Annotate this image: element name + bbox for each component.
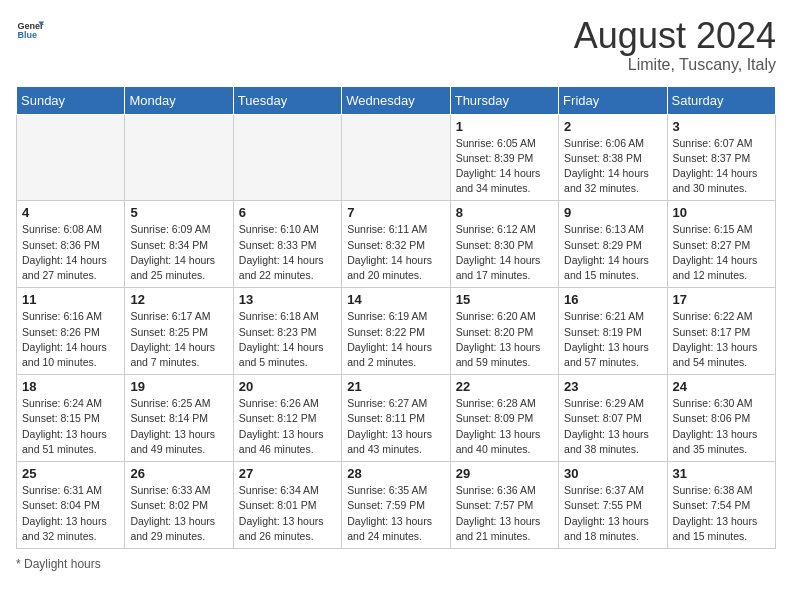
day-number: 18 — [22, 379, 119, 394]
calendar-cell: 2Sunrise: 6:06 AMSunset: 8:38 PMDaylight… — [559, 114, 667, 201]
calendar-cell: 4Sunrise: 6:08 AMSunset: 8:36 PMDaylight… — [17, 201, 125, 288]
day-number: 4 — [22, 205, 119, 220]
calendar-week-row: 11Sunrise: 6:16 AMSunset: 8:26 PMDayligh… — [17, 288, 776, 375]
day-info: Sunrise: 6:11 AMSunset: 8:32 PMDaylight:… — [347, 222, 444, 283]
day-number: 14 — [347, 292, 444, 307]
page-header: General Blue August 2024 Limite, Tuscany… — [16, 16, 776, 74]
weekday-header-cell: Saturday — [667, 86, 775, 114]
calendar-cell: 31Sunrise: 6:38 AMSunset: 7:54 PMDayligh… — [667, 462, 775, 549]
day-number: 29 — [456, 466, 553, 481]
day-info: Sunrise: 6:27 AMSunset: 8:11 PMDaylight:… — [347, 396, 444, 457]
calendar-cell — [233, 114, 341, 201]
day-number: 10 — [673, 205, 770, 220]
calendar-cell: 21Sunrise: 6:27 AMSunset: 8:11 PMDayligh… — [342, 375, 450, 462]
day-info: Sunrise: 6:31 AMSunset: 8:04 PMDaylight:… — [22, 483, 119, 544]
day-number: 19 — [130, 379, 227, 394]
calendar-cell: 14Sunrise: 6:19 AMSunset: 8:22 PMDayligh… — [342, 288, 450, 375]
day-number: 17 — [673, 292, 770, 307]
weekday-header-cell: Thursday — [450, 86, 558, 114]
day-info: Sunrise: 6:12 AMSunset: 8:30 PMDaylight:… — [456, 222, 553, 283]
calendar-week-row: 25Sunrise: 6:31 AMSunset: 8:04 PMDayligh… — [17, 462, 776, 549]
logo: General Blue — [16, 16, 44, 44]
day-info: Sunrise: 6:07 AMSunset: 8:37 PMDaylight:… — [673, 136, 770, 197]
day-number: 8 — [456, 205, 553, 220]
calendar-cell: 5Sunrise: 6:09 AMSunset: 8:34 PMDaylight… — [125, 201, 233, 288]
calendar-cell: 9Sunrise: 6:13 AMSunset: 8:29 PMDaylight… — [559, 201, 667, 288]
day-number: 1 — [456, 119, 553, 134]
day-info: Sunrise: 6:26 AMSunset: 8:12 PMDaylight:… — [239, 396, 336, 457]
day-number: 22 — [456, 379, 553, 394]
calendar-cell: 29Sunrise: 6:36 AMSunset: 7:57 PMDayligh… — [450, 462, 558, 549]
calendar-cell: 25Sunrise: 6:31 AMSunset: 8:04 PMDayligh… — [17, 462, 125, 549]
day-number: 25 — [22, 466, 119, 481]
calendar-cell: 26Sunrise: 6:33 AMSunset: 8:02 PMDayligh… — [125, 462, 233, 549]
day-info: Sunrise: 6:16 AMSunset: 8:26 PMDaylight:… — [22, 309, 119, 370]
day-number: 26 — [130, 466, 227, 481]
title-area: August 2024 Limite, Tuscany, Italy — [574, 16, 776, 74]
weekday-header-row: SundayMondayTuesdayWednesdayThursdayFrid… — [17, 86, 776, 114]
day-info: Sunrise: 6:19 AMSunset: 8:22 PMDaylight:… — [347, 309, 444, 370]
calendar-cell: 30Sunrise: 6:37 AMSunset: 7:55 PMDayligh… — [559, 462, 667, 549]
day-number: 30 — [564, 466, 661, 481]
calendar-week-row: 1Sunrise: 6:05 AMSunset: 8:39 PMDaylight… — [17, 114, 776, 201]
weekday-header-cell: Friday — [559, 86, 667, 114]
day-number: 7 — [347, 205, 444, 220]
day-info: Sunrise: 6:29 AMSunset: 8:07 PMDaylight:… — [564, 396, 661, 457]
day-info: Sunrise: 6:13 AMSunset: 8:29 PMDaylight:… — [564, 222, 661, 283]
day-info: Sunrise: 6:28 AMSunset: 8:09 PMDaylight:… — [456, 396, 553, 457]
day-info: Sunrise: 6:24 AMSunset: 8:15 PMDaylight:… — [22, 396, 119, 457]
calendar-cell: 19Sunrise: 6:25 AMSunset: 8:14 PMDayligh… — [125, 375, 233, 462]
calendar-cell: 16Sunrise: 6:21 AMSunset: 8:19 PMDayligh… — [559, 288, 667, 375]
day-info: Sunrise: 6:36 AMSunset: 7:57 PMDaylight:… — [456, 483, 553, 544]
day-number: 31 — [673, 466, 770, 481]
calendar-cell: 20Sunrise: 6:26 AMSunset: 8:12 PMDayligh… — [233, 375, 341, 462]
calendar-cell: 1Sunrise: 6:05 AMSunset: 8:39 PMDaylight… — [450, 114, 558, 201]
calendar-cell: 11Sunrise: 6:16 AMSunset: 8:26 PMDayligh… — [17, 288, 125, 375]
calendar-table: SundayMondayTuesdayWednesdayThursdayFrid… — [16, 86, 776, 549]
footer-note-text: Daylight hours — [24, 557, 101, 571]
day-info: Sunrise: 6:33 AMSunset: 8:02 PMDaylight:… — [130, 483, 227, 544]
day-info: Sunrise: 6:05 AMSunset: 8:39 PMDaylight:… — [456, 136, 553, 197]
calendar-cell: 3Sunrise: 6:07 AMSunset: 8:37 PMDaylight… — [667, 114, 775, 201]
day-info: Sunrise: 6:21 AMSunset: 8:19 PMDaylight:… — [564, 309, 661, 370]
day-info: Sunrise: 6:15 AMSunset: 8:27 PMDaylight:… — [673, 222, 770, 283]
day-info: Sunrise: 6:08 AMSunset: 8:36 PMDaylight:… — [22, 222, 119, 283]
footer-note: * Daylight hours — [16, 557, 776, 571]
day-number: 9 — [564, 205, 661, 220]
calendar-cell: 24Sunrise: 6:30 AMSunset: 8:06 PMDayligh… — [667, 375, 775, 462]
day-info: Sunrise: 6:20 AMSunset: 8:20 PMDaylight:… — [456, 309, 553, 370]
main-title: August 2024 — [574, 16, 776, 56]
calendar-cell: 18Sunrise: 6:24 AMSunset: 8:15 PMDayligh… — [17, 375, 125, 462]
day-info: Sunrise: 6:37 AMSunset: 7:55 PMDaylight:… — [564, 483, 661, 544]
day-number: 12 — [130, 292, 227, 307]
day-info: Sunrise: 6:38 AMSunset: 7:54 PMDaylight:… — [673, 483, 770, 544]
calendar-cell: 28Sunrise: 6:35 AMSunset: 7:59 PMDayligh… — [342, 462, 450, 549]
day-number: 3 — [673, 119, 770, 134]
calendar-cell: 6Sunrise: 6:10 AMSunset: 8:33 PMDaylight… — [233, 201, 341, 288]
day-info: Sunrise: 6:18 AMSunset: 8:23 PMDaylight:… — [239, 309, 336, 370]
day-info: Sunrise: 6:10 AMSunset: 8:33 PMDaylight:… — [239, 222, 336, 283]
day-number: 15 — [456, 292, 553, 307]
day-number: 28 — [347, 466, 444, 481]
logo-icon: General Blue — [16, 16, 44, 44]
day-number: 27 — [239, 466, 336, 481]
svg-text:Blue: Blue — [17, 30, 37, 40]
calendar-cell: 22Sunrise: 6:28 AMSunset: 8:09 PMDayligh… — [450, 375, 558, 462]
calendar-cell: 23Sunrise: 6:29 AMSunset: 8:07 PMDayligh… — [559, 375, 667, 462]
day-info: Sunrise: 6:06 AMSunset: 8:38 PMDaylight:… — [564, 136, 661, 197]
day-number: 5 — [130, 205, 227, 220]
day-info: Sunrise: 6:22 AMSunset: 8:17 PMDaylight:… — [673, 309, 770, 370]
day-number: 16 — [564, 292, 661, 307]
calendar-cell — [17, 114, 125, 201]
day-info: Sunrise: 6:34 AMSunset: 8:01 PMDaylight:… — [239, 483, 336, 544]
day-info: Sunrise: 6:35 AMSunset: 7:59 PMDaylight:… — [347, 483, 444, 544]
calendar-cell: 13Sunrise: 6:18 AMSunset: 8:23 PMDayligh… — [233, 288, 341, 375]
day-info: Sunrise: 6:09 AMSunset: 8:34 PMDaylight:… — [130, 222, 227, 283]
subtitle: Limite, Tuscany, Italy — [574, 56, 776, 74]
weekday-header-cell: Sunday — [17, 86, 125, 114]
day-number: 23 — [564, 379, 661, 394]
calendar-cell: 27Sunrise: 6:34 AMSunset: 8:01 PMDayligh… — [233, 462, 341, 549]
day-number: 11 — [22, 292, 119, 307]
day-number: 20 — [239, 379, 336, 394]
day-info: Sunrise: 6:25 AMSunset: 8:14 PMDaylight:… — [130, 396, 227, 457]
